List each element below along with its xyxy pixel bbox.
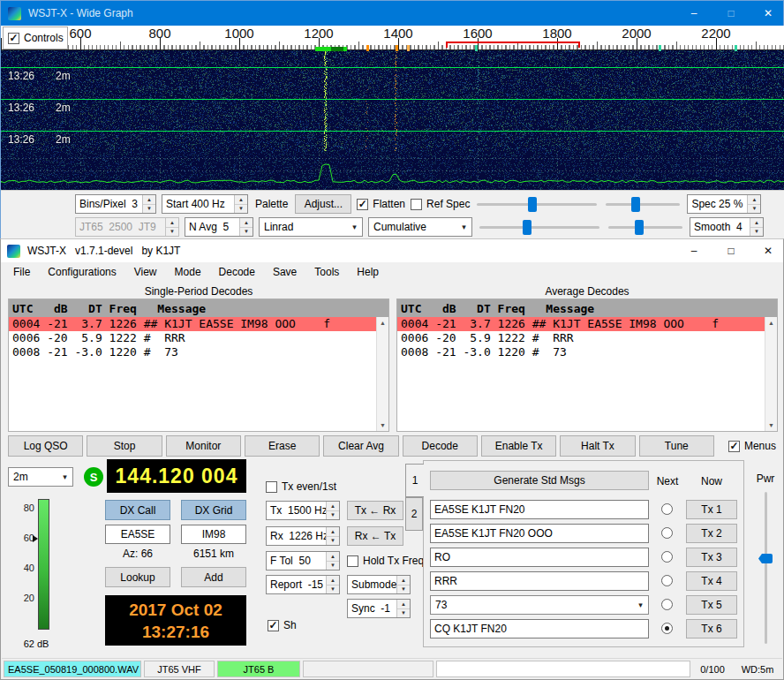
close-icon[interactable]: ✕	[753, 239, 783, 262]
spinner-arrows-icon[interactable]: ▲▼	[326, 552, 339, 570]
tx5-next-radio[interactable]	[661, 599, 673, 610]
tx4-now-button[interactable]: Tx 4	[686, 571, 737, 591]
adjust-palette-button[interactable]: Adjust...	[295, 194, 351, 214]
menu-help[interactable]: Help	[348, 262, 388, 282]
tx2-message-field[interactable]: EA5SE K1JT FN20 OOO	[430, 524, 649, 543]
menu-file[interactable]: File	[4, 262, 39, 282]
enable-tx-button[interactable]: Enable Tx	[481, 435, 556, 457]
scrollbar[interactable]: ▲ ▼	[765, 317, 777, 431]
scroll-up-icon[interactable]: ▲	[765, 320, 777, 326]
rx-freq-spinner[interactable]: Rx 1226 Hz ▲▼	[266, 526, 340, 546]
halt-tx-button[interactable]: Halt Tx	[560, 435, 635, 457]
close-icon[interactable]: ✕	[753, 1, 783, 26]
log-qso-button[interactable]: Log QSO	[8, 435, 83, 457]
spinner-arrows-icon[interactable]: ▲▼	[750, 218, 763, 236]
menus-checkbox[interactable]: ✓ Menus	[718, 435, 776, 457]
decode-row[interactable]: 0006 -20 5.9 1222 # RRR	[397, 331, 765, 345]
tx4-next-radio[interactable]	[661, 575, 673, 586]
waterfall-zero-slider[interactable]	[604, 195, 682, 213]
slider-handle[interactable]	[523, 220, 531, 235]
hold-tx-freq-checkbox[interactable]: Hold Tx Freq	[347, 555, 424, 567]
menu-save[interactable]: Save	[264, 262, 305, 282]
spinner-arrows-icon[interactable]: ▲▼	[234, 195, 247, 213]
waterfall-canvas[interactable]	[1, 50, 784, 190]
spinner-arrows-icon[interactable]: ▲▼	[747, 195, 760, 213]
n-avg-spinner[interactable]: N Avg 5 ▲▼	[185, 217, 253, 237]
minimize-icon[interactable]: –	[679, 239, 709, 262]
spinner-arrows-icon[interactable]: ▲▼	[326, 527, 339, 545]
tx6-now-button[interactable]: Tx 6	[686, 619, 737, 638]
tx-from-rx-button[interactable]: Tx ← Rx	[347, 501, 403, 520]
tx2-next-radio[interactable]	[661, 527, 673, 539]
waterfall-gain-slider[interactable]	[475, 195, 599, 213]
slider-handle[interactable]	[528, 197, 537, 212]
decode-row[interactable]: 0004 -21 3.7 1226 ## K1JT EA5SE IM98 OOO…	[9, 317, 376, 331]
monitor-button[interactable]: Monitor	[166, 435, 241, 457]
tx1-message-field[interactable]: EA5SE K1JT FN20	[430, 500, 649, 519]
main-titlebar[interactable]: WSJT-X v1.7.1-devel by K1JT – □ ✕	[1, 239, 783, 262]
erase-button[interactable]: Erase	[245, 435, 320, 457]
pwr-slider-handle[interactable]	[758, 554, 773, 563]
spinner-arrows-icon[interactable]: ▲▼	[239, 218, 253, 236]
tx-even-checkbox[interactable]: Tx even/1st	[266, 480, 336, 493]
tx2-now-button[interactable]: Tx 2	[686, 524, 737, 543]
decode-row[interactable]: 0004 -21 3.7 1226 ## K1JT EA5SE IM98 OOO…	[397, 317, 765, 331]
waterfall-display[interactable]: 13:26 2m 13:26 2m 13:26 2m	[1, 50, 784, 190]
dx-grid-field[interactable]: IM98	[181, 525, 246, 544]
add-button[interactable]: Add	[181, 567, 246, 587]
bins-pixel-spinner[interactable]: Bins/Pixel 3 ▲▼	[75, 194, 156, 214]
controls-checkbox[interactable]: ✓ Controls	[3, 26, 68, 49]
slider-handle[interactable]	[631, 197, 640, 212]
rx-from-tx-button[interactable]: Rx ← Tx	[347, 526, 403, 546]
flatten-checkbox[interactable]: ✓ Flatten	[357, 198, 405, 210]
tx6-next-radio[interactable]	[661, 623, 673, 634]
tx3-next-radio[interactable]	[661, 551, 673, 563]
scrollbar[interactable]: ▲ ▼	[376, 317, 388, 431]
scroll-down-icon[interactable]: ▼	[377, 422, 388, 428]
tab-messages-2[interactable]: 2	[405, 497, 423, 531]
smooth-spinner[interactable]: Smooth 4 ▲▼	[690, 217, 764, 237]
sync-spinner[interactable]: Sync -1 ▲▼	[347, 599, 411, 618]
scroll-down-icon[interactable]: ▼	[765, 422, 777, 428]
tx-freq-spinner[interactable]: Tx 1500 Hz ▲▼	[266, 501, 340, 520]
tx3-now-button[interactable]: Tx 3	[686, 548, 737, 567]
spinner-arrows-icon[interactable]: ▲▼	[326, 576, 339, 593]
tx1-next-radio[interactable]	[661, 503, 673, 515]
band-combo[interactable]: 2m ▾	[8, 467, 73, 487]
decode-row[interactable]: 0008 -21 -3.0 1220 # 73	[9, 345, 376, 359]
spinner-arrows-icon[interactable]: ▲▼	[396, 576, 410, 593]
menu-mode[interactable]: Mode	[166, 262, 210, 282]
spinner-arrows-icon[interactable]: ▲▼	[142, 195, 155, 213]
spectrum-gain-slider[interactable]	[478, 218, 601, 236]
frequency-ruler[interactable]: 600 800 1000 1200 1400 1600 1800 2000 22…	[1, 26, 784, 50]
submode-spinner[interactable]: Submode B ▲▼	[347, 575, 411, 594]
menu-decode[interactable]: Decode	[210, 262, 264, 282]
tx6-message-field[interactable]: CQ K1JT FN20	[430, 619, 649, 638]
spectrum-zero-slider[interactable]	[607, 218, 684, 236]
slider-handle[interactable]	[635, 220, 644, 235]
tune-button[interactable]: Tune	[639, 435, 714, 457]
dx-grid-button[interactable]: DX Grid	[181, 500, 246, 520]
pwr-slider[interactable]	[758, 490, 773, 646]
decode-row[interactable]: 0008 -21 -3.0 1220 # 73	[397, 345, 765, 359]
decode-list[interactable]: 0004 -21 3.7 1226 ## K1JT EA5SE IM98 OOO…	[9, 317, 376, 431]
decode-button[interactable]: Decode	[403, 435, 478, 457]
tx5-now-button[interactable]: Tx 5	[686, 595, 737, 615]
tx5-message-combo[interactable]: 73 ▾	[430, 595, 649, 615]
spinner-arrows-icon[interactable]: ▲▼	[326, 502, 339, 519]
f-tol-spinner[interactable]: F Tol 50 ▲▼	[266, 551, 340, 570]
scroll-up-icon[interactable]: ▲	[377, 320, 388, 326]
maximize-icon[interactable]: □	[716, 239, 746, 262]
dx-call-button[interactable]: DX Call	[105, 500, 170, 520]
spinner-arrows-icon[interactable]: ▲▼	[396, 600, 410, 617]
dx-call-field[interactable]: EA5SE	[105, 525, 170, 544]
report-spinner[interactable]: Report -15 ▲▼	[266, 575, 340, 594]
spec-percent-spinner[interactable]: Spec 25 % ▲▼	[687, 194, 761, 214]
minimize-icon[interactable]: –	[679, 1, 709, 26]
spectrum-type-combo[interactable]: Cumulative ▾	[368, 217, 472, 237]
menu-tools[interactable]: Tools	[305, 262, 348, 282]
clear-avg-button[interactable]: Clear Avg	[323, 435, 398, 457]
tx4-message-field[interactable]: RRR	[430, 571, 649, 591]
menu-view[interactable]: View	[125, 262, 166, 282]
wide-graph-titlebar[interactable]: WSJT-X - Wide Graph – □ ✕	[1, 1, 783, 26]
